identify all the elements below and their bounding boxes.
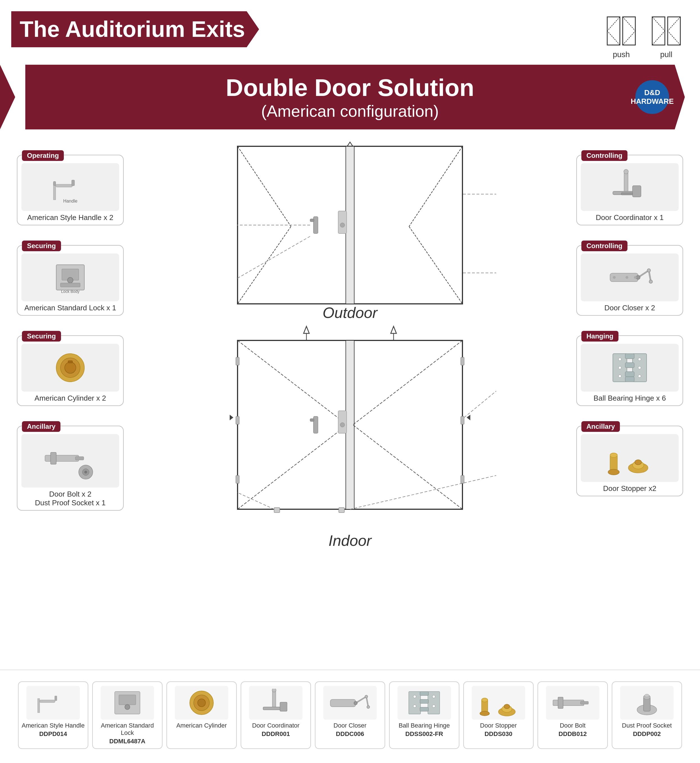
svg-rect-82 <box>633 186 641 197</box>
bolt-img <box>21 434 119 487</box>
component-card-handle: Operating Handle American Style Handle x… <box>17 155 124 226</box>
product-closer-name: Door Closer <box>333 722 366 729</box>
svg-rect-26 <box>45 455 79 461</box>
push-door-icon <box>605 14 638 48</box>
product-coordinator-code: DDDR001 <box>262 730 290 738</box>
svg-point-117 <box>125 705 130 710</box>
hinge-illustration <box>607 349 652 386</box>
product-cylinder-name: American Cylinder <box>176 722 227 729</box>
svg-rect-53 <box>346 340 354 509</box>
center-diagram: Outdoor <box>135 138 565 661</box>
svg-point-88 <box>636 276 640 279</box>
svg-point-137 <box>413 705 416 708</box>
svg-rect-15 <box>53 182 56 185</box>
svg-rect-131 <box>409 691 420 714</box>
product-hinge-code: DDSS002-FR <box>405 730 443 738</box>
stopper-img <box>581 434 679 482</box>
product-socket-name: Dust Proof Socket <box>622 722 672 729</box>
svg-point-129 <box>365 695 368 698</box>
svg-rect-66 <box>461 417 464 424</box>
svg-rect-121 <box>272 690 276 708</box>
product-closer-illustration <box>328 689 372 717</box>
tag-hanging: Hanging <box>581 331 619 342</box>
product-item-stopper: Door Stopper DDDS030 <box>463 682 534 749</box>
svg-rect-63 <box>236 417 239 424</box>
svg-point-105 <box>638 375 641 378</box>
product-coordinator-img <box>249 686 303 720</box>
svg-rect-147 <box>581 701 588 704</box>
product-stopper-img <box>472 686 525 720</box>
svg-point-89 <box>647 269 650 272</box>
lock-illustration: Lock Body <box>48 259 93 296</box>
svg-rect-40 <box>314 217 318 233</box>
svg-line-9 <box>652 31 665 45</box>
svg-point-152 <box>645 694 649 697</box>
svg-rect-146 <box>553 700 584 706</box>
svg-rect-116 <box>119 695 136 705</box>
svg-rect-41 <box>310 219 314 222</box>
svg-marker-69 <box>467 415 470 420</box>
svg-rect-135 <box>420 707 428 711</box>
svg-point-145 <box>504 704 510 709</box>
closer-illustration <box>605 259 655 296</box>
banner: Double Door Solution (American configura… <box>0 65 700 129</box>
svg-point-19 <box>67 277 73 283</box>
product-handle-name: American Style Handle <box>22 722 84 729</box>
svg-rect-13 <box>56 184 72 187</box>
svg-line-39 <box>409 227 462 304</box>
svg-point-31 <box>84 471 87 473</box>
product-stopper-code: DDDS030 <box>484 730 512 738</box>
svg-rect-34 <box>350 146 462 304</box>
product-item-lock: American Standard Lock DDML6487A <box>92 682 162 749</box>
svg-marker-44 <box>347 142 353 146</box>
door-diagram-svg: Outdoor <box>153 138 547 588</box>
coordinator-label: Door Coordinator x 1 <box>581 213 679 222</box>
product-hinge-name: Ball Bearing Hinge <box>398 722 450 729</box>
svg-rect-1 <box>623 17 635 45</box>
svg-text:Indoor: Indoor <box>328 532 372 549</box>
svg-rect-114 <box>55 696 57 701</box>
tag-controlling-2: Controlling <box>581 241 628 251</box>
dd-logo: D&D HARDWARE <box>635 80 669 114</box>
svg-rect-27 <box>75 457 84 460</box>
handle-label: American Style Handle x 2 <box>21 213 119 222</box>
svg-line-11 <box>668 31 680 45</box>
svg-text:Lock Body: Lock Body <box>61 289 79 294</box>
svg-rect-96 <box>625 354 634 359</box>
svg-point-107 <box>610 453 617 457</box>
svg-point-128 <box>354 701 357 705</box>
svg-point-108 <box>608 469 619 475</box>
svg-rect-52 <box>350 340 462 509</box>
svg-rect-70 <box>274 508 280 512</box>
push-label: push <box>613 50 630 59</box>
svg-point-138 <box>432 695 435 698</box>
svg-line-2 <box>607 17 620 31</box>
svg-rect-59 <box>310 418 314 421</box>
coordinator-illustration <box>607 169 652 205</box>
svg-rect-60 <box>338 411 347 433</box>
product-bolt-name: Door Bolt <box>560 722 586 729</box>
svg-rect-133 <box>420 691 428 696</box>
svg-marker-47 <box>391 326 396 334</box>
svg-rect-42 <box>338 211 347 233</box>
tag-controlling-1: Controlling <box>581 150 628 161</box>
svg-rect-113 <box>40 700 55 702</box>
product-item-cylinder: American Cylinder <box>166 682 237 749</box>
svg-rect-125 <box>330 699 356 707</box>
hinge-label: Ball Bearing Hinge x 6 <box>581 394 679 403</box>
svg-rect-64 <box>236 475 239 483</box>
component-card-coordinator: Controlling Door Coordinator x 1 <box>576 155 683 226</box>
svg-rect-7 <box>668 17 680 45</box>
component-card-lock: Securing Lock Body American Standard Loc… <box>17 245 124 316</box>
banner-inner: Double Door Solution (American configura… <box>34 74 666 121</box>
svg-rect-25 <box>68 361 72 363</box>
svg-rect-28 <box>51 453 56 464</box>
product-cylinder-img <box>175 686 228 720</box>
svg-point-101 <box>619 366 621 369</box>
pull-label: pull <box>660 50 672 59</box>
svg-point-111 <box>635 460 642 465</box>
pull-icon-wrap: pull <box>649 14 683 59</box>
svg-line-55 <box>238 425 347 509</box>
pull-door-icon <box>649 14 683 48</box>
tag-securing-2: Securing <box>22 331 61 342</box>
